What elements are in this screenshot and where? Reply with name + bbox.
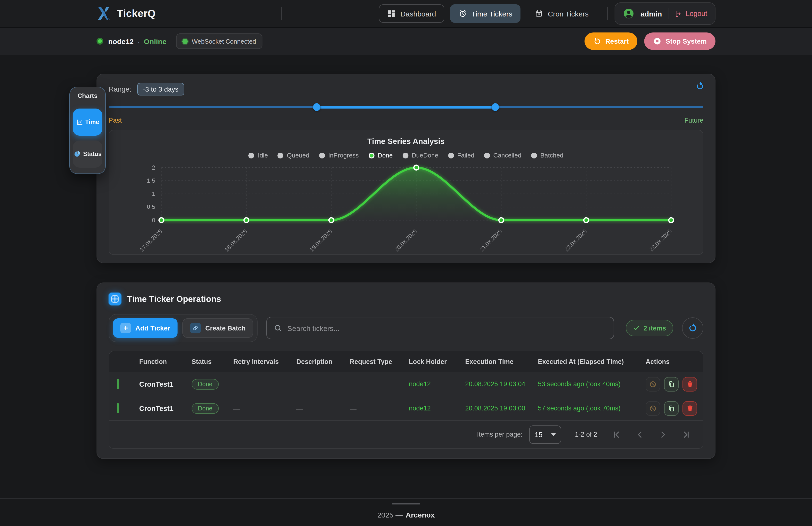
user-menu: admin Logout [615, 2, 715, 25]
restart-label: Restart [605, 37, 629, 45]
sidebar-item-status-label: Status [83, 151, 102, 157]
table-refresh-button[interactable] [682, 318, 704, 339]
cell-request-type: — [350, 405, 409, 412]
page-first-icon [612, 430, 621, 439]
search-box [266, 317, 614, 340]
range-slider[interactable] [108, 103, 704, 111]
slider-active-track[interactable] [317, 106, 495, 108]
ban-icon [649, 405, 657, 412]
check-icon [633, 325, 640, 332]
column-execution-time: Execution Time [465, 358, 538, 365]
charts-sidebar: Charts Time Status [69, 87, 106, 174]
items-per-page-select[interactable]: 15 [529, 425, 561, 444]
prev-page-button[interactable] [635, 430, 644, 439]
refresh-icon [696, 82, 704, 91]
legend-item-cancelled[interactable]: Cancelled [484, 152, 521, 159]
cancel-action-button[interactable] [646, 377, 660, 392]
node-status-dot [97, 38, 103, 45]
row-checkbox[interactable] [117, 379, 119, 389]
nav-cron-tickers[interactable]: Cron Tickers [526, 4, 597, 23]
pagination-range: 1-2 of 2 [575, 431, 597, 438]
node-status: Online [144, 37, 166, 45]
create-batch-button[interactable]: Create Batch [183, 319, 253, 338]
search-icon [274, 324, 282, 333]
websocket-dot [183, 39, 188, 44]
trash-icon [686, 381, 693, 388]
user-menu-divider [668, 8, 668, 19]
create-batch-label: Create Batch [205, 325, 246, 332]
duplicate-action-button[interactable] [664, 377, 679, 392]
nav-dashboard[interactable]: Dashboard [379, 4, 444, 23]
future-label: Future [684, 117, 704, 124]
duplicate-action-button[interactable] [664, 401, 679, 416]
pagination: Items per page: 15 1-2 of 2 [109, 420, 703, 449]
cell-lock-holder: node12 [409, 381, 465, 388]
websocket-status: WebSocket Connected [176, 33, 262, 49]
operations-title: Time Ticker Operations [127, 294, 221, 304]
app-title: TickerQ [117, 8, 156, 19]
legend-item-queued[interactable]: Queued [278, 152, 309, 159]
row-checkbox[interactable] [117, 403, 119, 414]
ban-icon [649, 380, 657, 388]
sidebar-item-status-chart[interactable]: Status [73, 140, 102, 168]
action-button-group: + Add Ticker Create Batch [108, 314, 258, 342]
legend-item-inprogress[interactable]: InProgress [319, 152, 359, 159]
slider-handle-start[interactable] [313, 103, 320, 111]
svg-text:0.5: 0.5 [147, 204, 155, 210]
time-series-chart: 2 1.5 1 0.5 0 17.08.2025 18.08.2025 19.0… [116, 161, 696, 252]
nav-time-tickers[interactable]: Time Tickers [450, 4, 521, 23]
svg-text:22.08.2025: 22.08.2025 [563, 228, 588, 252]
dashboard-icon [387, 9, 396, 18]
pie-chart-icon [73, 150, 81, 158]
footer-year: 2025 — [377, 511, 403, 519]
svg-text:17.08.2025: 17.08.2025 [139, 228, 163, 252]
logout-button[interactable]: Logout [674, 10, 707, 18]
svg-text:1.5: 1.5 [147, 177, 155, 184]
stop-system-label: Stop System [666, 37, 707, 45]
node-separator: · [137, 37, 140, 45]
legend-item-duedone[interactable]: DueDone [402, 152, 438, 159]
items-count-badge: 2 items [626, 320, 673, 336]
restart-icon [593, 37, 601, 45]
link-icon [190, 323, 201, 334]
cancel-action-button[interactable] [646, 401, 660, 416]
brand[interactable]: TickerQ [97, 6, 156, 21]
nav-dashboard-label: Dashboard [401, 10, 436, 18]
calendar-clock-icon [535, 9, 543, 18]
pagination-nav [612, 430, 691, 439]
first-page-button[interactable] [612, 430, 621, 439]
legend-item-done[interactable]: Done [368, 152, 393, 159]
cell-retry-intervals: — [233, 405, 296, 412]
last-page-button[interactable] [682, 430, 691, 439]
app-logo [97, 6, 111, 21]
chart-refresh-button[interactable] [696, 81, 706, 92]
y-axis-labels: 2 1.5 1 0.5 0 [147, 164, 155, 223]
legend-item-batched[interactable]: Batched [531, 152, 563, 159]
delete-action-button[interactable] [682, 401, 697, 416]
cell-executed-at: 57 seconds ago (took 70ms) [538, 405, 646, 412]
legend-item-failed[interactable]: Failed [448, 152, 474, 159]
svg-text:21.08.2025: 21.08.2025 [478, 228, 503, 252]
logout-icon [674, 10, 682, 18]
charts-sidebar-title: Charts [73, 92, 102, 99]
restart-button[interactable]: Restart [584, 32, 638, 50]
sidebar-item-time-chart[interactable]: Time [73, 108, 102, 136]
search-input[interactable] [287, 324, 607, 332]
stop-system-button[interactable]: Stop System [644, 32, 715, 50]
chevron-right-icon [658, 430, 668, 439]
page-last-icon [682, 430, 691, 439]
legend-item-idle[interactable]: Idle [249, 152, 268, 159]
chevron-left-icon [635, 430, 644, 439]
slider-handle-end[interactable] [492, 103, 499, 111]
line-chart-icon [76, 119, 83, 126]
navbar: TickerQ Dashboard Time Tickers [0, 0, 812, 28]
time-series-chart-card: Time Series Analysis Idle Queued InProgr… [108, 130, 704, 255]
past-label: Past [108, 117, 122, 124]
delete-action-button[interactable] [682, 377, 697, 392]
legend-dot [484, 152, 490, 158]
column-status: Status [192, 358, 233, 365]
account-circle-icon [623, 8, 635, 19]
refresh-icon [688, 324, 697, 333]
next-page-button[interactable] [658, 430, 668, 439]
add-ticker-button[interactable]: + Add Ticker [113, 319, 177, 338]
